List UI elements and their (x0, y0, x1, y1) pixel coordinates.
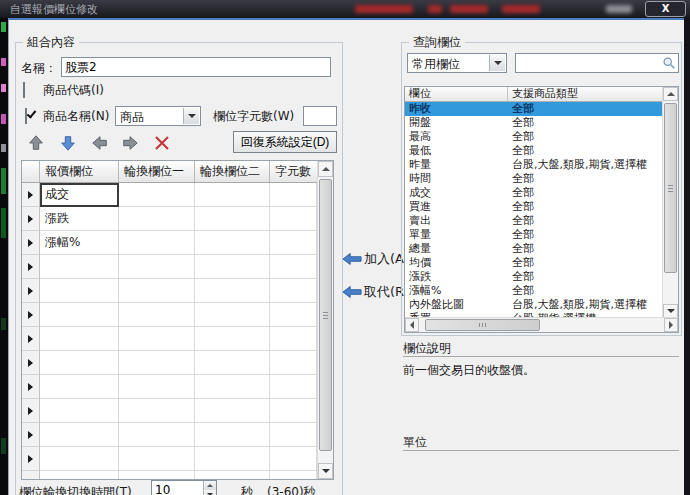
scroll-left-icon[interactable] (405, 318, 419, 332)
row-marker-icon (22, 423, 40, 447)
replace-button[interactable]: 取代(R) (342, 283, 409, 301)
list-item[interactable]: 漲跌全部 (405, 270, 678, 284)
background-ticker-blur (606, 5, 632, 13)
table-row[interactable] (22, 327, 333, 351)
chevron-down-icon[interactable] (489, 55, 505, 71)
table-row[interactable]: 漲幅% (22, 231, 333, 255)
list-item[interactable]: 成交全部 (405, 186, 678, 200)
list-hscrollbar[interactable] (405, 317, 678, 332)
restore-defaults-button[interactable]: 回復系統設定(D) (233, 131, 337, 153)
list-item[interactable]: 最高全部 (405, 130, 678, 144)
table-row[interactable]: 成交 (22, 183, 333, 207)
char-width-label: 欄位字元數(W) (213, 108, 294, 125)
background-ticker-blur (450, 5, 488, 13)
table-row[interactable] (22, 423, 333, 447)
product-name-checkbox[interactable] (25, 108, 27, 124)
table-row[interactable] (22, 471, 333, 480)
product-name-combobox[interactable]: 商品 (115, 106, 201, 126)
list-item[interactable]: 總量全部 (405, 242, 678, 256)
list-col-types[interactable]: 支援商品類型 (508, 87, 661, 101)
arrow-left-icon (91, 134, 109, 152)
row-marker-icon (22, 351, 40, 375)
row-marker-icon (22, 303, 40, 327)
list-item[interactable]: 最低全部 (405, 144, 678, 158)
list-item[interactable]: 開盤全部 (405, 116, 678, 130)
delete-button[interactable] (149, 133, 175, 153)
group-combination-title: 組合內容 (23, 35, 79, 49)
table-header-row: 報價欄位 輪換欄位一 輪換欄位二 字元數 (22, 161, 333, 183)
scroll-down-icon[interactable] (663, 304, 678, 318)
rotate-time-label: 欄位輪換切換時間(T) (19, 484, 132, 495)
table-row[interactable] (22, 447, 333, 471)
quote-columns-table: 報價欄位 輪換欄位一 輪換欄位二 字元數 成交 漲跌 漲幅% (21, 160, 334, 480)
dialog-titlebar: 自選報價欄位修改 X (0, 0, 690, 18)
list-item[interactable]: 漲幅%全部 (405, 284, 678, 298)
list-vscrollbar[interactable] (662, 87, 678, 318)
table-row[interactable]: 漲跌 (22, 207, 333, 231)
list-item[interactable]: 均價全部 (405, 256, 678, 270)
table-row[interactable] (22, 399, 333, 423)
row-marker-icon (22, 471, 40, 480)
char-width-input[interactable] (303, 106, 337, 126)
table-row[interactable] (22, 255, 333, 279)
arrow-right-icon (121, 134, 139, 152)
table-row[interactable] (22, 279, 333, 303)
product-code-checkbox[interactable] (23, 82, 25, 98)
background-ticker-blur (355, 5, 413, 13)
add-button[interactable]: 加入(A) (342, 250, 409, 268)
list-item[interactable]: 時間全部 (405, 172, 678, 186)
query-fields-list: 欄位 支援商品類型 昨收全部 開盤全部 最高全部 最低全部 昨量台股,大盤,類股… (404, 86, 679, 333)
scroll-up-icon[interactable] (318, 161, 333, 177)
move-down-button[interactable] (55, 133, 81, 153)
red-x-icon (154, 135, 170, 151)
background-app-strip-right (684, 18, 690, 495)
list-item[interactable]: 買進全部 (405, 200, 678, 214)
list-item[interactable]: 賣出全部 (405, 214, 678, 228)
table-row[interactable] (22, 351, 333, 375)
row-marker-icon (22, 231, 40, 255)
rotate-time-stepper[interactable] (151, 480, 217, 495)
move-right-button[interactable] (117, 133, 143, 153)
move-up-button[interactable] (23, 133, 49, 153)
col-header-rotate2[interactable]: 輪換欄位二 (195, 161, 270, 182)
scroll-right-icon[interactable] (664, 318, 678, 332)
chevron-down-icon[interactable] (183, 108, 199, 124)
move-left-button[interactable] (87, 133, 113, 153)
list-hscroll-thumb[interactable] (425, 319, 540, 331)
rotate-time-range: (3-60)秒 (267, 484, 316, 495)
field-category-combobox[interactable]: 常用欄位 (407, 53, 507, 73)
table-row[interactable] (22, 303, 333, 327)
list-item[interactable]: 內外盤比圖台股,大盤,類股,期貨,選擇權 (405, 298, 678, 312)
col-header-width[interactable]: 字元數 (270, 161, 317, 182)
list-header-row: 欄位 支援商品類型 (405, 87, 678, 102)
magnifier-icon[interactable] (662, 56, 676, 70)
blue-left-arrow-icon (342, 285, 362, 299)
product-name-combo-value: 商品 (120, 109, 144, 126)
background-app-strip (0, 18, 8, 495)
row-marker-icon (22, 375, 40, 399)
name-input[interactable] (61, 57, 331, 77)
stepper-buttons[interactable] (203, 481, 216, 495)
table-vscroll-thumb[interactable] (319, 179, 332, 451)
list-col-field[interactable]: 欄位 (405, 87, 508, 101)
search-input[interactable] (515, 53, 679, 73)
scroll-down-icon[interactable] (318, 463, 333, 479)
list-vscroll-thumb[interactable] (664, 103, 677, 273)
stepper-down-icon[interactable] (204, 490, 216, 495)
table-row[interactable] (22, 375, 333, 399)
list-item[interactable]: 昨收全部 (405, 102, 678, 116)
row-marker-icon (22, 255, 40, 279)
col-header-quote[interactable]: 報價欄位 (40, 161, 119, 182)
field-category-value: 常用欄位 (412, 56, 460, 73)
close-icon[interactable]: X (645, 1, 686, 17)
rotate-time-input[interactable] (152, 481, 200, 495)
stepper-up-icon[interactable] (204, 481, 216, 490)
list-item[interactable]: 昨量台股,大盤,類股,期貨,選擇權 (405, 158, 678, 172)
divider (403, 450, 679, 451)
list-item[interactable]: 單量全部 (405, 228, 678, 242)
scroll-up-icon[interactable] (663, 87, 678, 101)
blue-left-arrow-icon (342, 252, 362, 266)
table-vscrollbar[interactable] (317, 161, 333, 479)
col-header-rotate1[interactable]: 輪換欄位一 (119, 161, 195, 182)
group-query-title: 查詢欄位 (409, 35, 465, 49)
